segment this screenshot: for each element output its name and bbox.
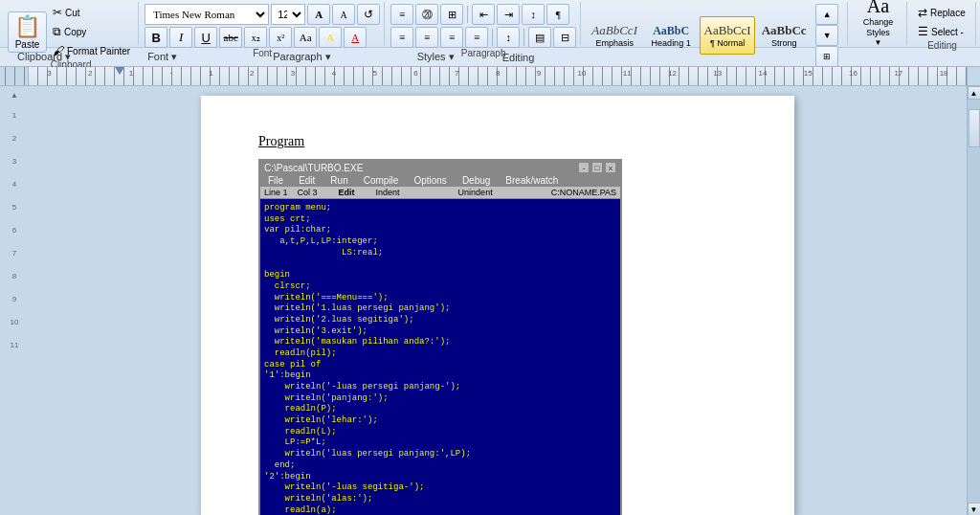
format-painter-label: Format Painter	[67, 46, 130, 56]
style-scroll-up[interactable]: ▲	[815, 4, 838, 25]
italic-button[interactable]: I	[169, 27, 192, 48]
document-page: Program C:\Pascal\TURBO.EXE - □ x File E…	[201, 96, 794, 515]
emphasis-label: Emphasis	[595, 38, 634, 48]
subscript-button[interactable]: x₂	[244, 27, 267, 48]
scrollbar-down-button[interactable]: ▼	[968, 503, 981, 515]
turbo-code-editor[interactable]: program menu; uses crt; var pil:char; a,…	[260, 199, 620, 515]
editing-label-bottom: Editing	[502, 52, 535, 63]
bold-button[interactable]: B	[145, 27, 167, 48]
turbo-pascal-window: C:\Pascal\TURBO.EXE - □ x File Edit Run …	[258, 159, 622, 515]
turbo-unindent: Unindent	[458, 188, 493, 197]
scrollbar-up-button[interactable]: ▲	[968, 86, 981, 100]
emphasis-text: AaBbCcI	[591, 23, 637, 38]
ruler: 321·123456789101112131415161718	[0, 67, 980, 86]
normal-text: AaBbCcI	[704, 23, 751, 38]
justify-button[interactable]: ≡	[465, 27, 488, 48]
replace-label: Replace	[930, 8, 966, 18]
copy-button[interactable]: ⧉ Copy	[49, 23, 134, 40]
editing-label: Editing	[913, 40, 971, 51]
sort-button[interactable]: ↕	[522, 4, 545, 25]
turbo-menu-options[interactable]: Options	[406, 174, 454, 187]
style-more[interactable]: ⊞	[815, 46, 838, 67]
clear-format-button[interactable]: ↺	[357, 4, 380, 25]
shrink-font-button[interactable]: A	[332, 4, 355, 25]
line-spacing-button[interactable]: ↕	[497, 27, 520, 48]
paste-icon: 📋	[14, 14, 40, 39]
copy-icon: ⧉	[53, 25, 61, 38]
turbo-close-button[interactable]: x	[605, 162, 616, 173]
ruler-numbers: 321·123456789101112131415161718	[29, 69, 967, 78]
style-emphasis[interactable]: AaBbCcI Emphasis	[587, 16, 642, 55]
separator2	[492, 29, 493, 46]
heading1-label: Heading 1	[652, 38, 691, 48]
select-button[interactable]: ☰ Select -	[913, 23, 971, 40]
style-normal[interactable]: AaBbCcI ¶ Normal	[700, 16, 755, 55]
replace-button[interactable]: ⇄ Replace	[913, 4, 971, 21]
style-strong[interactable]: AaBbCc Strong	[756, 16, 812, 55]
vertical-ruler-content: ▲ 1 2 3 4 5 6 7 8 9 10 11	[0, 86, 29, 349]
turbo-minimize-button[interactable]: -	[578, 162, 590, 173]
font-size-select[interactable]: 12	[271, 4, 305, 25]
multilevel-button[interactable]: ⊞	[440, 4, 463, 25]
scrollbar-thumb[interactable]	[969, 109, 980, 147]
separator	[467, 6, 468, 23]
turbo-menu-file[interactable]: File	[260, 174, 291, 187]
editing-group: ⇄ Replace ☰ Select - Editing	[909, 2, 976, 45]
style-heading1[interactable]: AaBbC Heading 1	[643, 16, 699, 55]
grow-font-button[interactable]: A	[307, 4, 330, 25]
paste-button[interactable]: 📋 Paste	[8, 11, 47, 53]
turbo-menu-breakwatch[interactable]: Break/watch	[498, 174, 566, 187]
heading1-text: AaBbC	[653, 24, 689, 38]
styles-group: AaBbCcI Emphasis AaBbC Heading 1 AaBbCcI…	[583, 2, 848, 45]
change-case-button[interactable]: Aa	[294, 27, 317, 48]
clipboard-bottom-label: Clipboard ▾	[17, 51, 71, 63]
underline-button[interactable]: U	[194, 27, 217, 48]
font-color-button[interactable]: A	[344, 27, 367, 48]
ruler-indent-marker[interactable]	[115, 67, 124, 75]
superscript-button[interactable]: x²	[269, 27, 292, 48]
turbo-menu-debug[interactable]: Debug	[455, 174, 498, 187]
page-container: Program C:\Pascal\TURBO.EXE - □ x File E…	[29, 86, 967, 515]
turbo-maximize-button[interactable]: □	[591, 162, 603, 173]
numbering-button[interactable]: ⑳	[415, 4, 438, 25]
vertical-ruler: ▲ 1 2 3 4 5 6 7 8 9 10 11	[0, 86, 29, 515]
font-bottom-label: Font ▾	[147, 51, 177, 63]
font-label: Font	[145, 48, 380, 58]
turbo-line-info: Line 1	[264, 188, 288, 197]
separator3	[523, 29, 524, 46]
borders-button[interactable]: ⊟	[553, 27, 576, 48]
turbo-menu-compile[interactable]: Compile	[356, 174, 407, 187]
turbo-menu-edit[interactable]: Edit	[291, 174, 323, 187]
change-styles-button[interactable]: Aa ChangeStyles ▼	[863, 0, 894, 47]
select-label: Select -	[931, 27, 964, 37]
align-left-button[interactable]: ≡	[390, 27, 413, 48]
turbo-menu-run[interactable]: Run	[323, 174, 355, 187]
increase-indent-button[interactable]: ⇥	[497, 4, 520, 25]
cut-icon: ✂	[53, 6, 62, 19]
cut-button[interactable]: ✂ Cut	[49, 4, 134, 21]
decrease-indent-button[interactable]: ⇤	[472, 4, 495, 25]
clipboard-group: 📋 Paste ✂ Cut ⧉ Copy	[4, 2, 139, 45]
turbo-col-info: Col 3	[298, 188, 318, 197]
bullets-button[interactable]: ≡	[390, 4, 413, 25]
paragraph-bottom-label: Paragraph ▾	[273, 51, 330, 63]
change-styles-label: ChangeStyles	[863, 17, 894, 38]
paste-label: Paste	[15, 39, 40, 50]
turbo-toolbar-bar: Line 1 Col 3 Edit Indent Unindent C:NONA…	[260, 187, 620, 199]
shading-button[interactable]: ▤	[528, 27, 551, 48]
turbo-titlebar: C:\Pascal\TURBO.EXE - □ x	[260, 161, 620, 174]
align-right-button[interactable]: ≡	[440, 27, 463, 48]
highlight-button[interactable]: A	[319, 27, 342, 48]
show-hide-button[interactable]: ¶	[546, 4, 569, 25]
main-area: ▲ 1 2 3 4 5 6 7 8 9 10 11 Program C:\Pas…	[0, 86, 980, 515]
scrollbar-track[interactable]	[968, 100, 981, 503]
style-scroll-down[interactable]: ▼	[815, 25, 838, 46]
ruler-right-margin	[967, 67, 980, 85]
strikethrough-button[interactable]: abc	[219, 27, 242, 48]
font-name-select[interactable]: Times New Roman	[145, 4, 269, 25]
turbo-indent: Indent	[376, 188, 400, 197]
font-group: Times New Roman 12 A A ↺ B I U abc x₂ x²	[141, 2, 385, 45]
align-center-button[interactable]: ≡	[415, 27, 438, 48]
strong-text: AaBbCc	[762, 23, 807, 38]
ribbon-toolbar: 📋 Paste ✂ Cut ⧉ Copy	[0, 0, 980, 47]
